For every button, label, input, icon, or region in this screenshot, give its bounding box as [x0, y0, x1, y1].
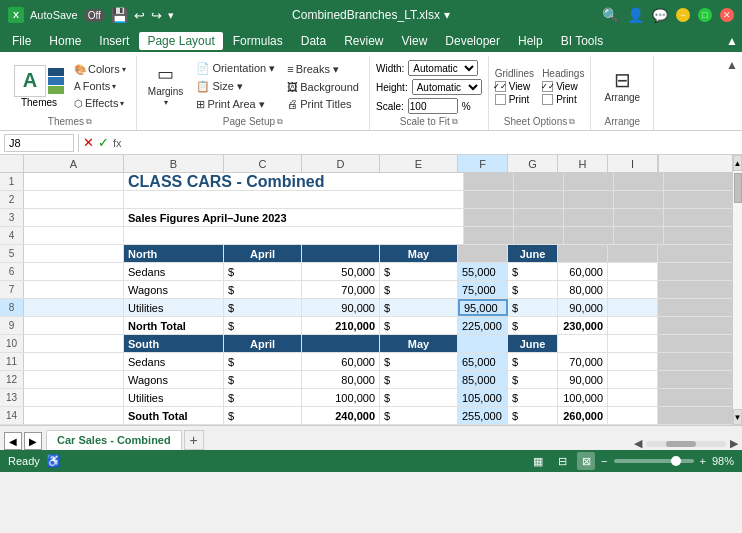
- cell-E5[interactable]: May: [380, 245, 458, 262]
- cell-E8[interactable]: $: [380, 299, 458, 316]
- cell-G2[interactable]: [514, 191, 564, 208]
- col-header-G[interactable]: G: [508, 155, 558, 172]
- cell-I10[interactable]: [608, 335, 658, 352]
- col-header-A[interactable]: A: [24, 155, 124, 172]
- cell-I8[interactable]: [608, 299, 658, 316]
- cell-A2[interactable]: [24, 191, 124, 208]
- themes-expand-icon[interactable]: ⧉: [86, 117, 92, 127]
- h-scroll-right-icon[interactable]: ▶: [730, 437, 738, 450]
- cell-F7[interactable]: 75,000: [458, 281, 508, 298]
- vertical-scrollbar[interactable]: ▲ ▼: [732, 155, 742, 425]
- cell-G7[interactable]: $: [508, 281, 558, 298]
- scale-input[interactable]: [408, 98, 458, 114]
- cell-H13[interactable]: 100,000: [558, 389, 608, 406]
- cell-C6[interactable]: $: [224, 263, 302, 280]
- cell-B8[interactable]: Utilities: [124, 299, 224, 316]
- cell-I3[interactable]: [614, 209, 664, 226]
- cell-F6[interactable]: 55,000: [458, 263, 508, 280]
- cell-E14[interactable]: $: [380, 407, 458, 424]
- cell-F1[interactable]: [464, 173, 514, 190]
- cell-H4[interactable]: [564, 227, 614, 244]
- print-titles-button[interactable]: 🖨Print Titles: [283, 96, 363, 112]
- h-scroll-left-icon[interactable]: ◀: [634, 437, 642, 450]
- scale-expand-icon[interactable]: ⧉: [452, 117, 458, 127]
- cell-H9[interactable]: 230,000: [558, 317, 608, 334]
- cell-B3[interactable]: Sales Figures April–June 2023: [124, 209, 464, 226]
- cell-E7[interactable]: $: [380, 281, 458, 298]
- cell-A14[interactable]: [24, 407, 124, 424]
- cell-A6[interactable]: [24, 263, 124, 280]
- cell-A12[interactable]: [24, 371, 124, 388]
- cell-A3[interactable]: [24, 209, 124, 226]
- cell-G11[interactable]: $: [508, 353, 558, 370]
- cell-C10[interactable]: April: [224, 335, 302, 352]
- zoom-thumb[interactable]: [671, 456, 681, 466]
- menu-file[interactable]: File: [4, 32, 39, 50]
- cell-B7[interactable]: Wagons: [124, 281, 224, 298]
- cell-G3[interactable]: [514, 209, 564, 226]
- cell-D12[interactable]: 80,000: [302, 371, 380, 388]
- menu-page-layout[interactable]: Page Layout: [139, 32, 222, 50]
- cell-A9[interactable]: [24, 317, 124, 334]
- search-icon[interactable]: 🔍: [602, 7, 619, 23]
- cell-E11[interactable]: $: [380, 353, 458, 370]
- menu-insert[interactable]: Insert: [91, 32, 137, 50]
- orientation-button[interactable]: 📄Orientation ▾: [192, 60, 279, 77]
- cell-B11[interactable]: Sedans: [124, 353, 224, 370]
- accessibility-icon[interactable]: ♿: [46, 454, 61, 468]
- cell-H8[interactable]: 90,000: [558, 299, 608, 316]
- add-sheet-button[interactable]: +: [184, 430, 204, 450]
- cell-E13[interactable]: $: [380, 389, 458, 406]
- cell-D11[interactable]: 60,000: [302, 353, 380, 370]
- insert-function-icon[interactable]: fx: [113, 137, 122, 149]
- cell-C9[interactable]: $: [224, 317, 302, 334]
- col-header-H[interactable]: H: [558, 155, 608, 172]
- cell-D6[interactable]: 50,000: [302, 263, 380, 280]
- headings-view-checkbox[interactable]: ✓: [542, 81, 553, 92]
- zoom-minus-icon[interactable]: −: [601, 455, 607, 467]
- cell-C12[interactable]: $: [224, 371, 302, 388]
- cell-F10[interactable]: [458, 335, 508, 352]
- cell-G12[interactable]: $: [508, 371, 558, 388]
- cell-I2[interactable]: [614, 191, 664, 208]
- cell-C8[interactable]: $: [224, 299, 302, 316]
- cell-A7[interactable]: [24, 281, 124, 298]
- zoom-plus-icon[interactable]: +: [700, 455, 706, 467]
- scroll-up-button[interactable]: ▲: [733, 155, 742, 171]
- comments-icon[interactable]: 💬: [652, 8, 668, 23]
- fonts-button[interactable]: AFonts▾: [70, 78, 130, 94]
- cell-F9[interactable]: 225,000: [458, 317, 508, 334]
- cell-D8[interactable]: 90,000: [302, 299, 380, 316]
- maximize-button[interactable]: □: [698, 8, 712, 22]
- cell-C5[interactable]: April: [224, 245, 302, 262]
- col-header-B[interactable]: B: [124, 155, 224, 172]
- cell-C11[interactable]: $: [224, 353, 302, 370]
- cell-I4[interactable]: [614, 227, 664, 244]
- cell-G14[interactable]: $: [508, 407, 558, 424]
- headings-print-checkbox[interactable]: [542, 94, 553, 105]
- cell-A11[interactable]: [24, 353, 124, 370]
- cell-D5[interactable]: [302, 245, 380, 262]
- cell-B10[interactable]: South: [124, 335, 224, 352]
- cell-A5[interactable]: [24, 245, 124, 262]
- breaks-button[interactable]: ≡Breaks ▾: [283, 61, 363, 78]
- cell-D14[interactable]: 240,000: [302, 407, 380, 424]
- cell-I11[interactable]: [608, 353, 658, 370]
- page-break-view-button[interactable]: ⊠: [577, 452, 595, 470]
- menu-developer[interactable]: Developer: [437, 32, 508, 50]
- redo-icon[interactable]: ↪: [151, 8, 162, 23]
- cell-H2[interactable]: [564, 191, 614, 208]
- gridlines-print-checkbox[interactable]: [495, 94, 506, 105]
- cell-I14[interactable]: [608, 407, 658, 424]
- cell-C14[interactable]: $: [224, 407, 302, 424]
- effects-button[interactable]: ⬡Effects▾: [70, 95, 130, 111]
- col-header-E[interactable]: E: [380, 155, 458, 172]
- enter-formula-icon[interactable]: ✓: [98, 135, 109, 150]
- page-layout-view-button[interactable]: ⊟: [553, 452, 571, 470]
- cell-H1[interactable]: [564, 173, 614, 190]
- share-icon[interactable]: 👤: [627, 7, 644, 23]
- ribbon-scroll-up[interactable]: ▲: [726, 58, 738, 72]
- background-button[interactable]: 🖼Background: [283, 79, 363, 95]
- cell-H11[interactable]: 70,000: [558, 353, 608, 370]
- cell-H10[interactable]: [558, 335, 608, 352]
